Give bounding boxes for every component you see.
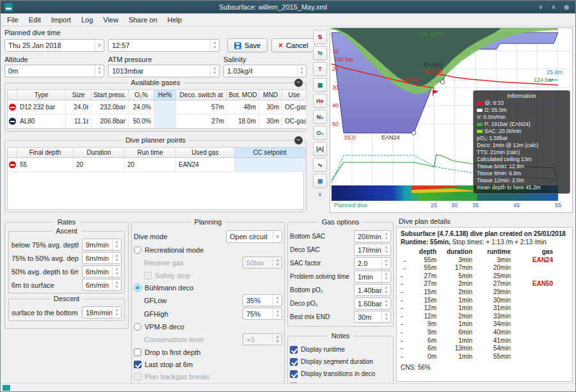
column-header-mnd[interactable]: MND (259, 90, 282, 100)
spin-down-icon[interactable]: ˅ (298, 71, 306, 75)
gas-size-cell[interactable]: 24.0ℓ (66, 100, 92, 114)
column-header-bot-mod[interactable]: Bot. MOD (227, 90, 259, 100)
gas-option-spinbox[interactable]: 20ℓ/min ˄˅ (354, 230, 391, 242)
chevron-down-icon[interactable]: ˅ (273, 231, 282, 242)
menu-item[interactable]: View (98, 15, 124, 25)
gas-size-cell[interactable]: 11.1ℓ (66, 114, 92, 129)
menu-item[interactable]: File (2, 15, 24, 25)
gas-option-spinbox[interactable]: 1.60bar ˄˅ (354, 297, 391, 310)
point-setpoint-cell[interactable] (235, 158, 305, 172)
gas-he-cell[interactable] (154, 100, 176, 114)
gas-use-cell[interactable]: OC-gas (282, 100, 307, 114)
phe-graph-icon[interactable]: He (313, 94, 327, 108)
column-header-used-gas[interactable]: Used gas (176, 148, 235, 158)
point-duration-cell[interactable]: 20 (74, 158, 125, 172)
gas-deco-switch-cell[interactable]: 57m (176, 100, 227, 114)
menu-item[interactable]: Share on (124, 15, 163, 25)
menu-item[interactable]: Edit (24, 15, 46, 25)
menu-item[interactable]: Log (76, 15, 98, 25)
rate-spinbox[interactable]: 6m/min ˄˅ (82, 265, 122, 278)
spin-down-icon[interactable]: ˅ (211, 71, 219, 75)
reset-zoom-icon[interactable]: ⇆ (313, 46, 327, 60)
spin-down-icon[interactable]: ˅ (382, 317, 390, 321)
dive-time-spinbox[interactable]: 12:57 ˄˅ (108, 39, 220, 52)
last-stop-6m-checkbox[interactable] (134, 361, 141, 368)
spin-down-icon[interactable]: ˅ (95, 71, 104, 75)
spin-down-icon[interactable]: ˅ (382, 304, 390, 308)
photos-toggle-icon[interactable]: ▣ (313, 174, 327, 188)
point-depth-cell[interactable]: 55 (17, 158, 74, 172)
spin-down-icon[interactable]: ˅ (382, 290, 390, 294)
gas-option-spinbox[interactable]: 17ℓ/min ˄˅ (354, 244, 391, 256)
column-header-deco-switch[interactable]: Deco. switch at (176, 90, 227, 100)
dive-planner-points-table[interactable]: Final depth Duration Run time Used gas C… (7, 147, 304, 210)
column-header-duration[interactable]: Duration (74, 148, 125, 158)
column-header-final-depth[interactable]: Final depth (17, 148, 74, 158)
delete-row-icon[interactable] (9, 118, 16, 125)
collapse-gases-icon[interactable]: − (294, 79, 303, 87)
point-runtime-cell[interactable]: 20 (125, 158, 176, 172)
spin-down-icon[interactable]: ˅ (113, 285, 121, 289)
gas-o2-cell[interactable]: 24.0% (129, 100, 154, 114)
spin-down-icon[interactable]: ˅ (382, 250, 390, 254)
column-header-run-time[interactable]: Run time (125, 148, 176, 158)
scale-toggle-icon[interactable]: ⇅ (313, 30, 327, 44)
close-icon[interactable]: ⊗ (561, 4, 572, 11)
spin-down-icon[interactable]: ˅ (382, 263, 390, 267)
rate-spinbox[interactable]: 6m/min ˄˅ (82, 252, 122, 264)
drop-to-first-depth-checkbox[interactable] (134, 349, 141, 356)
point-gas-cell[interactable]: EAN24 (176, 158, 235, 172)
po2-graph-icon[interactable]: O₂ (313, 126, 327, 140)
rate-spinbox[interactable]: 18m/min ˄˅ (82, 306, 122, 318)
notes-option[interactable]: Display transitions in deco (290, 368, 391, 379)
recreational-mode-radio[interactable] (134, 246, 141, 254)
gas-type-cell[interactable]: AL80 (17, 114, 66, 129)
dive-profile-chart[interactable]: GF 35/75 10 20 30 40 50 232 bar 143 bar … (330, 27, 573, 213)
gas-start-pressure-cell[interactable]: 206.8bar (92, 114, 129, 129)
gas-start-pressure-cell[interactable]: 232.0bar (92, 100, 129, 114)
salinity-spinbox[interactable]: 1.03kg/ℓ ˄˅ (223, 65, 307, 77)
dive-mode-select[interactable]: Open circuit ˅ (226, 230, 282, 243)
tank-bar-icon[interactable]: T (313, 62, 327, 76)
gas-option-spinbox[interactable]: 30m ˄˅ (354, 311, 391, 323)
spin-down-icon[interactable]: ˅ (113, 258, 121, 262)
spin-down-icon[interactable]: ˅ (382, 277, 390, 281)
available-gases-table[interactable]: Type Size Start press. O₂% He% Deco. swi… (7, 90, 304, 129)
toolbar-chevron-down-icon[interactable]: ˅ (318, 191, 322, 198)
column-header-size[interactable]: Size (66, 90, 92, 100)
maximize-icon[interactable]: ˄ (548, 4, 559, 11)
gas-table-row[interactable]: D12 232 bar 24.0ℓ 232.0bar 24.0% 57m 48m… (8, 100, 303, 114)
buhlmann-deco-radio[interactable] (134, 284, 141, 292)
delete-row-icon[interactable] (9, 161, 16, 168)
gas-he-cell[interactable] (154, 114, 176, 129)
rate-spinbox[interactable]: 9m/min ˄˅ (82, 239, 122, 251)
chevron-down-icon[interactable]: ˅ (95, 40, 104, 51)
menu-item[interactable]: Import (46, 15, 76, 25)
notes-option[interactable]: Display segment duration (290, 356, 391, 367)
notes-checkbox[interactable] (290, 382, 298, 384)
gas-option-spinbox[interactable]: 1min ˄˅ (354, 270, 391, 283)
gflow-spinbox[interactable]: 35% ˄˅ (243, 294, 282, 306)
column-header-he[interactable]: He% (154, 90, 176, 100)
mnd-toggle-icon[interactable]: |A| (313, 142, 327, 156)
gas-mnd-cell[interactable]: 30m (259, 100, 282, 114)
save-button[interactable]: Save (227, 38, 268, 52)
collapse-points-icon[interactable]: − (294, 136, 303, 145)
gas-deco-switch-cell[interactable]: 27m (176, 114, 227, 129)
altitude-spinbox[interactable]: 0m ˄˅ (4, 65, 104, 77)
rate-spinbox[interactable]: 6m/min ˄˅ (82, 279, 122, 291)
spin-down-icon[interactable]: ˅ (382, 237, 390, 240)
vpmb-deco-radio[interactable] (134, 323, 141, 331)
gfhigh-spinbox[interactable]: 75% ˄˅ (243, 308, 282, 320)
gas-option-spinbox[interactable]: 1.40bar ˄˅ (354, 284, 391, 296)
notes-checkbox[interactable] (290, 370, 298, 378)
spin-down-icon[interactable]: ˅ (273, 314, 282, 318)
notes-option[interactable]: Verbatim dive plan (290, 380, 391, 383)
notes-checkbox[interactable] (290, 346, 298, 354)
gas-mnd-cell[interactable]: 30m (259, 114, 282, 129)
spin-down-icon[interactable]: ˅ (113, 245, 121, 249)
gas-table-row[interactable]: AL80 11.1ℓ 206.8bar 50.0% 27m 18.0m 30m … (8, 114, 303, 129)
gas-o2-cell[interactable]: 50.0% (129, 114, 154, 129)
spin-down-icon[interactable]: ˅ (211, 45, 219, 49)
column-header-cc-setpoint[interactable]: CC setpoint (235, 148, 305, 158)
